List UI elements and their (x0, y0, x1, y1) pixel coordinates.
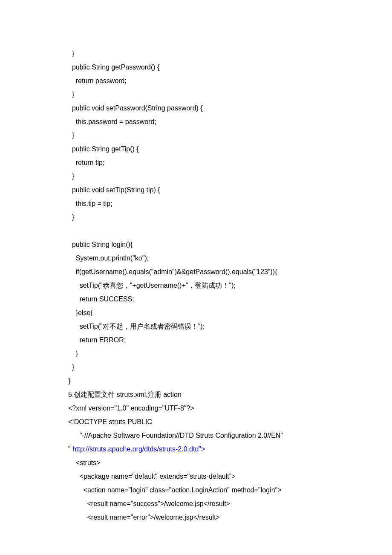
code-line: } (68, 47, 324, 61)
code-line: " http://struts.apache.org/dtds/struts-2… (68, 442, 324, 456)
code-line: return password; (68, 74, 324, 88)
code-line: } (68, 361, 324, 374)
code-line: this.password = password; (68, 115, 324, 129)
code-line: <?xml version="1.0" encoding="UTF-8"?> (68, 402, 324, 415)
code-line: } (68, 374, 324, 388)
code-line: <struts> (68, 456, 324, 470)
code-block: } public String getPassword() { return p… (68, 47, 324, 524)
code-line: } (68, 211, 324, 224)
code-line: return ERROR; (68, 333, 324, 347)
code-line: if(getUsername().equals("admin")&&getPas… (68, 265, 324, 279)
code-line: <!DOCTYPE struts PUBLIC (68, 415, 324, 429)
code-line: this.tip = tip; (68, 197, 324, 211)
code-line: public String getTip() { (68, 142, 324, 156)
code-line: setTip("对不起，用户名或者密码错误！"); (68, 320, 324, 333)
code-line: 5.创建配置文件 struts.xml,注册 action (68, 388, 324, 402)
code-line (68, 224, 324, 238)
code-line: <result name="error">/welcome.jsp</resul… (68, 511, 324, 524)
code-line: public String getPassword() { (68, 61, 324, 74)
code-line: } (68, 347, 324, 361)
document-page: } public String getPassword() { return p… (0, 0, 392, 555)
code-line: } (68, 88, 324, 101)
code-line: "-//Apache Software Foundation//DTD Stru… (68, 429, 324, 442)
code-line: return tip; (68, 156, 324, 170)
code-line: }else{ (68, 306, 324, 320)
code-line: setTip("恭喜您，"+getUsername()+"，登陆成功！"); (68, 279, 324, 292)
code-line: System.out.println("ko"); (68, 251, 324, 265)
code-line: public void setPassword(String password)… (68, 101, 324, 115)
code-line: <package name="default" extends="struts-… (68, 470, 324, 483)
code-line: public String login(){ (68, 238, 324, 251)
code-line: public void setTip(String tip) { (68, 183, 324, 197)
code-line: <result name="success">/welcome.jsp</res… (68, 497, 324, 511)
code-line: } (68, 129, 324, 142)
code-line: return SUCCESS; (68, 292, 324, 306)
code-line: <action name="login" class="action.Login… (68, 483, 324, 497)
dtd-url-link[interactable]: http://struts.apache.org/dtds/struts-2.0… (72, 445, 205, 453)
code-line: } (68, 170, 324, 183)
